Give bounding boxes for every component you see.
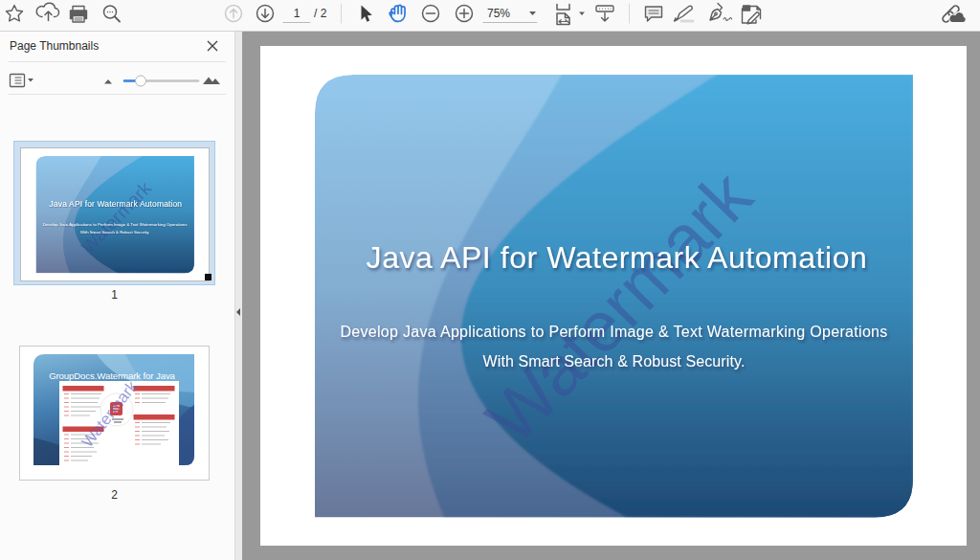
svg-text:GroupDocs.Watermark for Java: GroupDocs.Watermark for Java [49,370,175,381]
svg-text:75%: 75% [487,7,510,20]
svg-text:/ 2: / 2 [314,7,327,20]
svg-text:1: 1 [294,7,301,20]
